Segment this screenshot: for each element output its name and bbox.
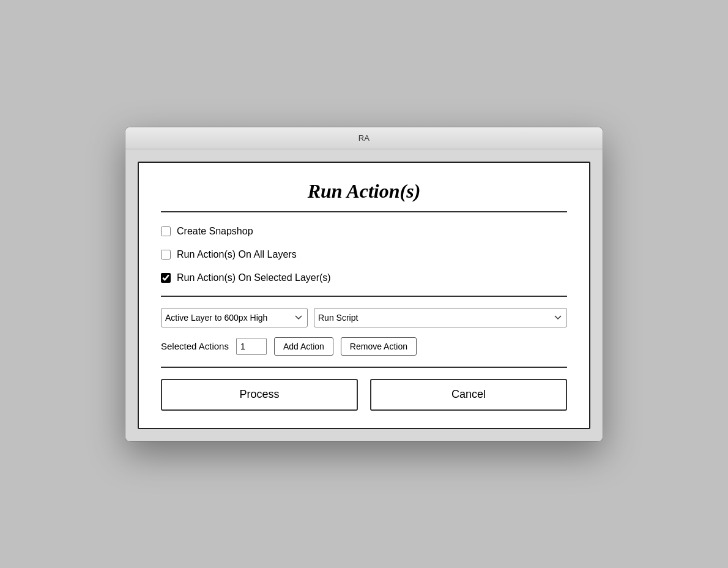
title-bar: RA bbox=[125, 127, 603, 149]
selected-actions-input[interactable] bbox=[236, 338, 267, 355]
cancel-button[interactable]: Cancel bbox=[370, 379, 567, 411]
title-divider bbox=[161, 211, 567, 212]
selected-actions-label: Selected Actions bbox=[161, 341, 229, 351]
checkbox-row-selected-layers: Run Action(s) On Selected Layer(s) bbox=[161, 272, 567, 283]
dialog-box: Run Action(s) Create Snapshop Run Action… bbox=[138, 162, 590, 429]
remove-action-button[interactable]: Remove Action bbox=[341, 337, 417, 356]
script-select[interactable]: Run Script bbox=[314, 308, 567, 327]
action-select-row: Active Layer to 600px High Run Script bbox=[161, 308, 567, 327]
window-title: RA bbox=[358, 133, 370, 143]
run-all-layers-checkbox[interactable] bbox=[161, 250, 171, 260]
bottom-divider bbox=[161, 367, 567, 368]
options-divider bbox=[161, 296, 567, 297]
run-selected-layers-checkbox[interactable] bbox=[161, 273, 171, 283]
window: RA Run Action(s) Create Snapshop Run Act… bbox=[125, 127, 603, 441]
checkbox-row-all-layers: Run Action(s) On All Layers bbox=[161, 249, 567, 260]
create-snapshot-checkbox[interactable] bbox=[161, 226, 171, 236]
window-body: Run Action(s) Create Snapshop Run Action… bbox=[125, 149, 603, 441]
run-all-layers-label: Run Action(s) On All Layers bbox=[177, 249, 297, 260]
process-button[interactable]: Process bbox=[161, 379, 358, 411]
create-snapshot-label: Create Snapshop bbox=[177, 226, 253, 237]
bottom-buttons: Process Cancel bbox=[161, 379, 567, 411]
checkbox-row-snapshot: Create Snapshop bbox=[161, 226, 567, 237]
run-selected-layers-label: Run Action(s) On Selected Layer(s) bbox=[177, 272, 331, 283]
layer-select[interactable]: Active Layer to 600px High bbox=[161, 308, 308, 327]
add-action-button[interactable]: Add Action bbox=[274, 337, 333, 356]
selected-actions-row: Selected Actions Add Action Remove Actio… bbox=[161, 337, 567, 356]
dialog-title: Run Action(s) bbox=[161, 180, 567, 203]
